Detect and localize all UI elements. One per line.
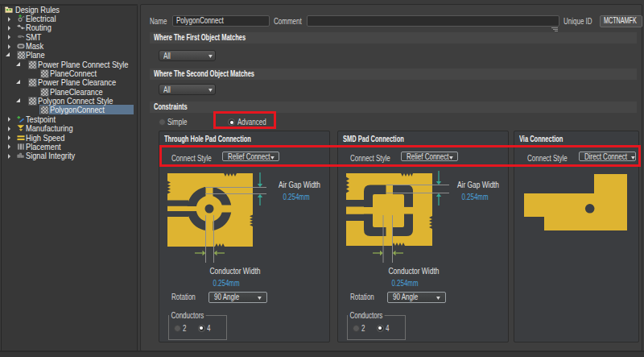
- svg-text:0.254mm: 0.254mm: [283, 193, 310, 201]
- svg-text:0.254mm: 0.254mm: [462, 193, 489, 201]
- svg-text:Conductor Width: Conductor Width: [210, 267, 261, 276]
- svg-text:Air Gap Width: Air Gap Width: [457, 181, 499, 189]
- svg-text:0.254mm: 0.254mm: [392, 279, 419, 288]
- svg-text:Conductor Width: Conductor Width: [389, 267, 440, 276]
- svg-text:0.254mm: 0.254mm: [213, 279, 240, 288]
- svg-text:Air Gap Width: Air Gap Width: [279, 181, 320, 189]
